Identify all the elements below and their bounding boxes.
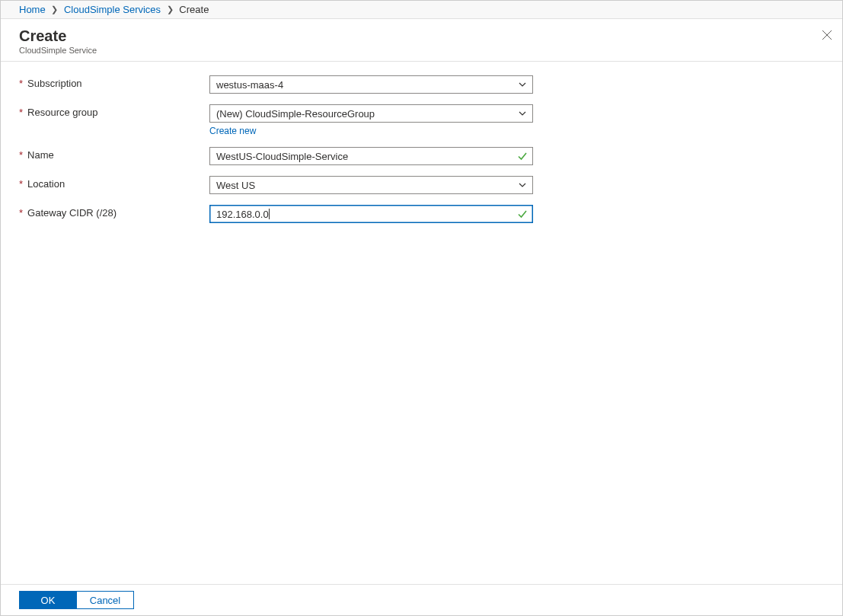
checkmark-icon: [517, 151, 528, 161]
required-marker: *: [19, 149, 23, 161]
required-marker: *: [19, 178, 23, 190]
required-marker: *: [19, 78, 23, 89]
checkmark-icon: [517, 209, 528, 219]
resource-group-row: * Resource group (New) CloudSimple-Resou…: [19, 104, 824, 136]
chevron-right-icon: ❯: [164, 5, 177, 14]
gateway-cidr-input[interactable]: 192.168.0.0: [209, 205, 533, 223]
location-value: West US: [216, 180, 255, 191]
subscription-label-text: Subscription: [27, 78, 82, 89]
location-row: * Location West US: [19, 176, 824, 194]
ok-button[interactable]: OK: [19, 591, 77, 609]
name-label: * Name: [19, 147, 209, 161]
breadcrumb: Home ❯ CloudSimple Services ❯ Create: [1, 1, 842, 19]
create-blade: Home ❯ CloudSimple Services ❯ Create Cre…: [0, 0, 843, 616]
close-button[interactable]: [819, 30, 835, 45]
create-new-link[interactable]: Create new: [209, 126, 256, 136]
gateway-cidr-label: * Gateway CIDR (/28): [19, 205, 209, 219]
subscription-label: * Subscription: [19, 75, 209, 89]
close-icon: [822, 31, 832, 43]
page-title: Create: [19, 27, 824, 45]
chevron-down-icon: [517, 180, 528, 190]
gateway-cidr-label-text: Gateway CIDR (/28): [27, 207, 117, 219]
blade-header: Create CloudSimple Service: [1, 19, 842, 62]
subscription-dropdown[interactable]: westus-maas-4: [209, 75, 533, 94]
blade-footer: OK Cancel: [1, 584, 842, 615]
resource-group-label: * Resource group: [19, 104, 209, 118]
cancel-button[interactable]: Cancel: [76, 591, 134, 609]
gateway-cidr-row: * Gateway CIDR (/28) 192.168.0.0: [19, 205, 824, 223]
breadcrumb-create: Create: [179, 4, 209, 15]
name-input[interactable]: [209, 147, 533, 165]
resource-group-dropdown[interactable]: (New) CloudSimple-ResourceGroup: [209, 104, 533, 123]
name-row: * Name: [19, 147, 824, 165]
resource-group-value: (New) CloudSimple-ResourceGroup: [216, 108, 375, 120]
breadcrumb-services[interactable]: CloudSimple Services: [64, 4, 161, 15]
chevron-down-icon: [517, 79, 528, 90]
resource-group-label-text: Resource group: [27, 107, 98, 118]
subscription-row: * Subscription westus-maas-4: [19, 75, 824, 94]
subscription-value: westus-maas-4: [216, 79, 283, 91]
required-marker: *: [19, 107, 23, 118]
gateway-cidr-value: 192.168.0.0: [216, 209, 269, 220]
location-label: * Location: [19, 176, 209, 190]
name-label-text: Name: [27, 149, 54, 161]
text-caret: [269, 209, 270, 219]
chevron-right-icon: ❯: [48, 5, 61, 14]
chevron-down-icon: [517, 108, 528, 119]
breadcrumb-home[interactable]: Home: [19, 4, 46, 15]
location-label-text: Location: [27, 178, 65, 190]
page-subtitle: CloudSimple Service: [19, 46, 824, 55]
required-marker: *: [19, 207, 23, 219]
create-form: * Subscription westus-maas-4 * Resource …: [1, 62, 842, 223]
location-dropdown[interactable]: West US: [209, 176, 533, 194]
name-input-field[interactable]: [216, 148, 511, 164]
